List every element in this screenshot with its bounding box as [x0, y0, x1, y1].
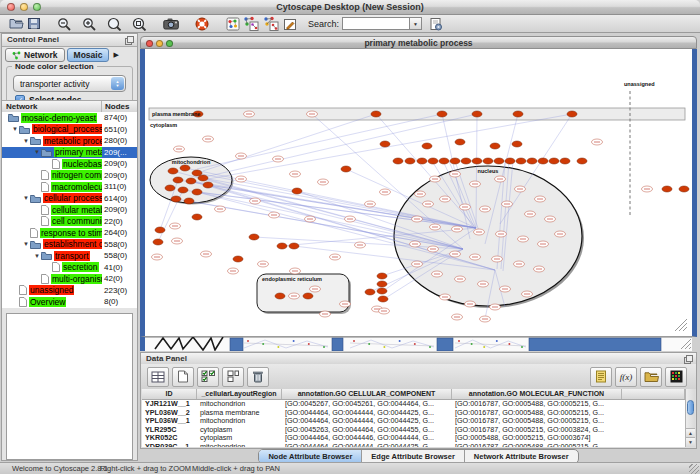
function-builder-icon[interactable]: f(x) — [615, 367, 637, 387]
tree-row-transport[interactable]: ▼transport558(0) — [2, 250, 137, 262]
tree-row-macromolecule[interactable]: macromolecule311(0) — [2, 181, 137, 193]
tree-row-cell-communicat[interactable]: cell communicat22(0) — [2, 216, 137, 228]
select-stepper-icon: ▲▼ — [111, 77, 124, 90]
zoom-in-icon[interactable] — [81, 16, 98, 32]
search-input[interactable] — [342, 17, 410, 30]
table-row[interactable]: YJR121W__1mitochondrion[GO:0045267, GO:0… — [142, 400, 685, 409]
search-combo: ▼ — [342, 17, 422, 30]
birds-eye-view[interactable] — [6, 313, 133, 460]
attribute-browser-tabs: Node Attribute BrowserEdge Attribute Bro… — [140, 449, 697, 462]
zoom-out-icon[interactable] — [56, 16, 73, 32]
tree-row-biological-process[interactable]: ▼biological_process651(0) — [2, 124, 137, 136]
help-icon[interactable] — [193, 16, 210, 32]
column-header[interactable]: ID — [142, 389, 197, 399]
import-attributes-icon[interactable] — [640, 367, 662, 387]
control-panel-title: Control Panel — [7, 34, 59, 46]
status-pan-hint: Middle-click + drag to PAN — [192, 463, 280, 474]
snapshot-icon[interactable] — [162, 16, 179, 32]
tree-row-overview[interactable]: Overview8(0) — [2, 296, 137, 308]
main-toolbar: Search: ▼ — [0, 15, 700, 33]
float-panel-icon[interactable] — [125, 36, 133, 44]
search-dropdown-arrow[interactable]: ▼ — [410, 17, 422, 30]
unselect-attributes-icon[interactable] — [222, 367, 244, 387]
group-label: Node color selection — [12, 62, 97, 71]
annotation-icon[interactable] — [281, 16, 298, 32]
scrollbar-thumb[interactable] — [687, 400, 694, 415]
create-attribute-icon[interactable] — [172, 367, 194, 387]
resize-grip[interactable] — [689, 464, 699, 474]
cytoscape-app: Cytoscape Desktop (New Session) — [0, 0, 700, 474]
tree-row-nitrogen-compo[interactable]: nitrogen compo209(0) — [2, 170, 137, 182]
search-label: Search: — [308, 19, 339, 29]
attribute-table-icon[interactable] — [147, 367, 169, 387]
svg-text:plasma membrane: plasma membrane — [152, 111, 200, 117]
control-panel: Control Panel Network Mosaic ▶ Node colo… — [1, 33, 138, 461]
table-row[interactable]: YPL036W__1mitochondrion[GO:0044464, GO:0… — [142, 417, 685, 426]
column-header[interactable]: annotation.GO CELLULAR_COMPONENT — [282, 389, 452, 399]
attribute-equation-icon[interactable] — [590, 367, 612, 387]
table-row[interactable]: YDR039C__1mitochondrion[GO:0044464, GO:0… — [142, 443, 685, 448]
tree-row-unassigned[interactable]: unassigned223(0) — [2, 285, 137, 297]
network-tab-icon — [12, 51, 21, 60]
svg-text:mitochondrion: mitochondrion — [172, 159, 211, 165]
table-row[interactable]: YPL036W__2plasma membrane[GO:0044464, GO… — [142, 409, 685, 418]
open-file-icon[interactable] — [8, 16, 25, 32]
data-panel-toolbar: f(x) — [141, 364, 696, 389]
column-network[interactable]: Network — [2, 101, 102, 112]
background-windows-strip[interactable] — [140, 337, 692, 351]
window-title: Cytoscape Desktop (New Session) — [0, 0, 700, 14]
table-row[interactable]: YLR295Ccytoplasm[GO:0045263, GO:0044464,… — [142, 426, 685, 435]
tree-row-multi-organism-pro[interactable]: multi-organism pro42(0) — [2, 273, 137, 285]
scroll-down-arrow[interactable]: ▼ — [686, 437, 695, 447]
tree-row-response-to-stimulu[interactable]: response to stimulu264(0) — [2, 227, 137, 239]
tree-row-cellular-process[interactable]: ▼cellular process614(0) — [2, 193, 137, 205]
tree-row-mosaic-demo-yeast[interactable]: mosaic-demo-yeast874(0) — [2, 112, 137, 124]
column-header[interactable]: _cellularLayoutRegion — [197, 389, 282, 399]
control-panel-header: Control Panel — [2, 34, 137, 47]
svg-text:cytoplasm: cytoplasm — [150, 122, 177, 128]
tree-row-secretion[interactable]: secretion41(0) — [2, 262, 137, 274]
float-data-panel-icon[interactable] — [684, 355, 692, 363]
node-color-select[interactable]: transporter activity ▲▼ — [13, 75, 126, 92]
attribute-table-header[interactable]: ID_cellularLayoutRegionannotation.GO CEL… — [142, 389, 685, 400]
network-tree: mosaic-demo-yeast874(0)▼biological_proce… — [2, 112, 137, 308]
status-bar: Welcome to Cytoscape 2.8.1 Right-click +… — [0, 462, 700, 474]
zoom-selected-icon[interactable] — [131, 16, 148, 32]
tab-overflow-arrow[interactable]: ▶ — [113, 51, 118, 59]
network-window-titlebar[interactable]: primary metabolic process — [140, 36, 697, 49]
status-welcome: Welcome to Cytoscape 2.8.1 — [12, 463, 108, 474]
window-titlebar[interactable]: Cytoscape Desktop (New Session) — [0, 0, 700, 15]
zoom-fit-icon[interactable] — [106, 16, 123, 32]
column-nodes[interactable]: Nodes — [102, 101, 137, 112]
data-panel: Data Panel f( — [140, 352, 697, 449]
tree-row-metabolic-process[interactable]: ▼metabolic process280(0) — [2, 135, 137, 147]
data-panel-title: Data Panel — [146, 353, 187, 364]
save-icon[interactable] — [25, 16, 42, 32]
delete-attribute-icon[interactable] — [247, 367, 269, 387]
heatmap-icon[interactable] — [665, 367, 687, 387]
svg-text:unassigned: unassigned — [624, 81, 655, 87]
network-view-window: primary metabolic process plasma membran… — [140, 36, 697, 351]
tree-row-primary-metabo[interactable]: ▼primary metabo209(... — [2, 147, 137, 159]
tree-row-cellular-metabo[interactable]: cellular metabo209(0) — [2, 204, 137, 216]
control-panel-tabs: Network Mosaic ▶ — [2, 47, 137, 63]
select-attributes-icon[interactable] — [197, 367, 219, 387]
network-canvas[interactable]: plasma membranecytoplasmmitochondrionnuc… — [140, 49, 697, 337]
vizmapper-icon[interactable] — [224, 16, 241, 32]
search-settings-icon[interactable] — [427, 16, 444, 32]
tree-row-nucleobase-[interactable]: nucleobase-209(0) — [2, 158, 137, 170]
svg-text:nucleus: nucleus — [478, 168, 499, 174]
svg-text:endoplasmic reticulum: endoplasmic reticulum — [262, 276, 322, 282]
table-scrollbar[interactable]: ▲ ▼ — [685, 389, 695, 447]
network-window-title: primary metabolic process — [141, 37, 696, 49]
column-header[interactable]: annotation.GO MOLECULAR_FUNCTION — [452, 389, 622, 399]
create-network-from-selection-icon[interactable] — [261, 16, 281, 32]
tab-network[interactable]: Network — [5, 48, 65, 62]
attribute-table: ID_cellularLayoutRegionannotation.GO CEL… — [142, 389, 685, 447]
status-zoom-hint: Right-click + drag to ZOOM — [100, 463, 191, 474]
copy-network-view-icon[interactable] — [241, 16, 261, 32]
tree-row-establishment-of-lo[interactable]: ▼establishment of lo558(0) — [2, 239, 137, 251]
table-row[interactable]: YKR052Ccytoplasm[GO:0044464, GO:0044446,… — [142, 434, 685, 443]
tab-mosaic[interactable]: Mosaic — [67, 48, 110, 62]
